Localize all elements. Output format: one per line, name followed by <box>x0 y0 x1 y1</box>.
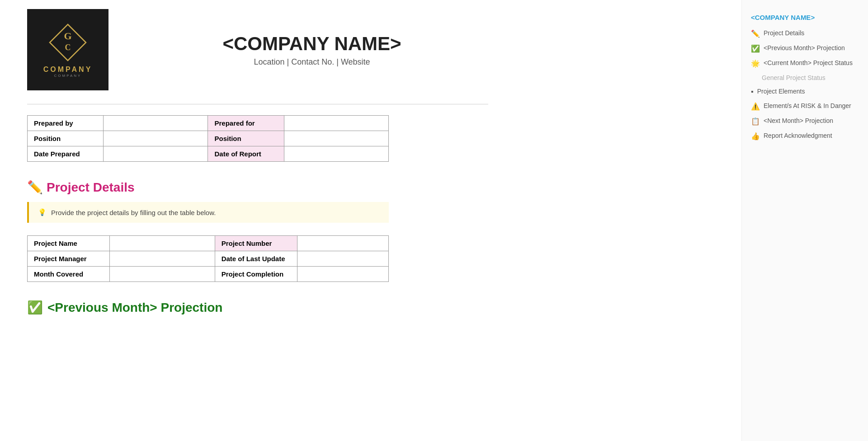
logo-diamond: G C <box>47 22 88 63</box>
checkmark-icon: ✅ <box>751 44 760 53</box>
prev-month-title: <Previous Month> Projection <box>47 300 222 315</box>
sidebar-label-project-details: Project Details <box>764 29 804 37</box>
sidebar-item-project-details[interactable]: ✏️ Project Details <box>751 29 859 38</box>
svg-text:G: G <box>64 30 71 42</box>
project-row-3: Month Covered Project Completion <box>28 267 389 282</box>
project-table: Project Name Project Number Project Mana… <box>27 235 389 282</box>
position-label-1: Position <box>28 131 104 146</box>
info-row-2: Position Position <box>28 131 389 146</box>
hint-box: 💡 Provide the project details by filling… <box>27 202 389 223</box>
project-number-label: Project Number <box>215 236 297 251</box>
sidebar-item-next-month[interactable]: 📋 <Next Month> Projection <box>751 117 859 126</box>
info-row-3: Date Prepared Date of Report <box>28 146 389 162</box>
logo-text-area: COMPANY COMPANY <box>43 66 93 78</box>
sidebar-item-project-elements[interactable]: ▪️ Project Elements <box>751 88 859 96</box>
thumbsup-icon: 👍 <box>751 132 760 141</box>
date-of-report-label: Date of Report <box>208 146 284 162</box>
project-manager-value[interactable] <box>110 251 215 267</box>
sidebar-item-general-status[interactable]: General Project Status <box>751 74 859 81</box>
star-icon: 🌟 <box>751 59 760 68</box>
sidebar-label-next-month: <Next Month> Projection <box>764 117 833 124</box>
project-details-title: Project Details <box>47 180 135 195</box>
logo-company-main: COMPANY <box>43 66 93 74</box>
header-center: <COMPANY NAME> Location | Contact No. | … <box>136 33 488 67</box>
svg-text:C: C <box>65 43 71 52</box>
date-prepared-value[interactable] <box>104 146 208 162</box>
logo-box: G C COMPANY COMPANY <box>27 9 108 90</box>
divider <box>27 104 488 104</box>
header: G C COMPANY COMPANY <COMPANY NAME> Locat… <box>27 9 488 99</box>
sidebar-label-current-month: <Current Month> Project Status <box>764 59 853 66</box>
sidebar-item-current-month[interactable]: 🌟 <Current Month> Project Status <box>751 59 859 68</box>
last-update-value[interactable] <box>297 251 388 267</box>
project-details-heading: ✏️ Project Details <box>27 180 488 195</box>
main-content: G C COMPANY COMPANY <COMPANY NAME> Locat… <box>0 0 515 441</box>
prepared-by-label: Prepared by <box>28 116 104 131</box>
clipboard-icon: 📋 <box>751 117 760 126</box>
sidebar-item-prev-month[interactable]: ✅ <Previous Month> Projection <box>751 44 859 53</box>
warning-icon: ⚠️ <box>751 102 760 111</box>
project-completion-value[interactable] <box>297 267 388 282</box>
last-update-label: Date of Last Update <box>215 251 297 267</box>
prepared-by-value[interactable] <box>104 116 208 131</box>
prev-month-section: ✅ <Previous Month> Projection <box>27 300 488 315</box>
prev-month-heading: ✅ <Previous Month> Projection <box>27 300 488 315</box>
position-label-2: Position <box>208 131 284 146</box>
svg-marker-0 <box>50 24 86 61</box>
month-covered-value[interactable] <box>110 267 215 282</box>
sidebar-label-project-elements: Project Elements <box>757 88 805 95</box>
project-details-icon: ✏️ <box>27 180 43 195</box>
info-table: Prepared by Prepared for Position Positi… <box>27 115 389 162</box>
sidebar-label-general-status: General Project Status <box>762 74 826 81</box>
square-icon: ▪️ <box>751 88 754 96</box>
prev-month-icon: ✅ <box>27 300 43 315</box>
project-name-value[interactable] <box>110 236 215 251</box>
date-of-report-value[interactable] <box>284 146 388 162</box>
position-value-2[interactable] <box>284 131 388 146</box>
pencil-icon: ✏️ <box>751 29 760 38</box>
month-covered-label: Month Covered <box>28 267 110 282</box>
project-row-1: Project Name Project Number <box>28 236 389 251</box>
date-prepared-label: Date Prepared <box>28 146 104 162</box>
project-details-section: ✏️ Project Details 💡 Provide the project… <box>27 180 488 282</box>
info-row-1: Prepared by Prepared for <box>28 116 389 131</box>
prepared-for-label: Prepared for <box>208 116 284 131</box>
sidebar-label-prev-month: <Previous Month> Projection <box>764 44 845 52</box>
company-name-title: <COMPANY NAME> <box>136 33 488 55</box>
logo-company-sub: COMPANY <box>43 74 93 78</box>
project-number-value[interactable] <box>297 236 388 251</box>
sidebar: <COMPANY NAME> ✏️ Project Details ✅ <Pre… <box>741 0 868 441</box>
sidebar-item-report-acknowledgment[interactable]: 👍 Report Acknowledgment <box>751 132 859 141</box>
prepared-for-value[interactable] <box>284 116 388 131</box>
sidebar-title: <COMPANY NAME> <box>751 14 859 21</box>
project-completion-label: Project Completion <box>215 267 297 282</box>
sidebar-label-risk-danger: Element/s At RISK & In Danger <box>764 102 851 109</box>
hint-icon: 💡 <box>38 208 47 216</box>
sidebar-label-report-acknowledgment: Report Acknowledgment <box>764 132 832 139</box>
project-manager-label: Project Manager <box>28 251 110 267</box>
company-subtitle: Location | Contact No. | Website <box>136 57 488 67</box>
project-name-label: Project Name <box>28 236 110 251</box>
hint-text: Provide the project details by filling o… <box>51 209 216 216</box>
project-row-2: Project Manager Date of Last Update <box>28 251 389 267</box>
position-value-1[interactable] <box>104 131 208 146</box>
sidebar-item-risk-danger[interactable]: ⚠️ Element/s At RISK & In Danger <box>751 102 859 111</box>
